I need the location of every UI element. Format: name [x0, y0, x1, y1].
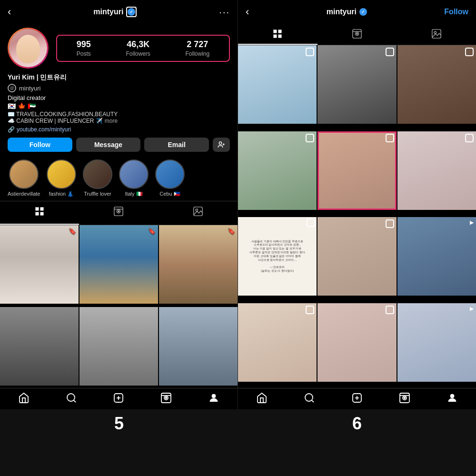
right-follow-button[interactable]: Follow	[444, 8, 468, 16]
highlight-label-2: fashion 👗	[49, 191, 74, 197]
left-photo-grid: 🔖 🔖 🔖	[0, 225, 238, 388]
select-check-11	[386, 306, 394, 314]
highlight-2[interactable]: fashion 👗	[47, 159, 76, 197]
left-tabs	[0, 201, 238, 225]
highlight-3[interactable]: Truffle lover	[83, 159, 112, 197]
right-bottom-search[interactable]	[286, 392, 333, 404]
add-friend-button[interactable]	[213, 138, 230, 152]
bottom-search[interactable]	[48, 392, 95, 404]
bottom-profile[interactable]	[190, 392, 238, 404]
grid-cell-2[interactable]: 🔖	[79, 225, 158, 304]
right-cell-5-selected[interactable]	[317, 131, 396, 210]
svg-point-32	[434, 31, 436, 34]
verified-badge-right: ✓	[359, 8, 367, 16]
grid-cell-4[interactable]	[0, 307, 79, 386]
profile-top-row: 995 Posts 46,3K Followers 2 727 Followin…	[8, 28, 230, 69]
highlight-1[interactable]: Astierdevillate	[8, 159, 40, 197]
grid-cell-6[interactable]	[159, 307, 238, 386]
right-tab-grid[interactable]	[238, 24, 317, 45]
left-bottom-nav	[0, 388, 238, 409]
grid-cell-5[interactable]	[79, 307, 158, 386]
select-check-7	[307, 218, 315, 227]
profile-link[interactable]: 🔗 youtube.com/mintyuri	[8, 126, 230, 133]
highlight-label-5: Cebu 🇵🇭	[159, 191, 180, 197]
message-button[interactable]: Message	[76, 138, 141, 152]
following-stat[interactable]: 2 727 Following	[185, 40, 209, 57]
avatar-wrapper	[8, 28, 49, 69]
video-icon-12: ▶	[470, 306, 474, 312]
svg-point-9	[118, 211, 119, 212]
video-icon-9: ▶	[470, 219, 474, 226]
right-back-button[interactable]: ‹	[246, 6, 249, 18]
svg-line-14	[73, 400, 75, 402]
tab-grid[interactable]	[0, 201, 79, 225]
right-cell-12[interactable]: ▶	[397, 303, 476, 382]
highlight-label-1: Astierdevillate	[8, 191, 40, 197]
right-bottom-reels[interactable]	[381, 392, 428, 404]
posts-label: Posts	[77, 50, 91, 57]
follow-button[interactable]: Follow	[8, 138, 72, 152]
left-back-button[interactable]: ‹	[8, 6, 11, 18]
followers-count: 46,3K	[127, 40, 149, 50]
left-more-button[interactable]: ···	[219, 7, 230, 18]
svg-point-22	[212, 394, 216, 398]
action-buttons: Follow Message Email	[8, 138, 230, 156]
right-cell-10[interactable]	[238, 303, 317, 382]
highlight-circle-4	[119, 159, 149, 189]
right-cell-6[interactable]	[397, 131, 476, 210]
select-check-6	[465, 134, 474, 142]
select-check-4	[306, 134, 314, 142]
right-tab-reels[interactable]	[317, 24, 397, 45]
right-cell-4[interactable]	[238, 131, 317, 210]
profile-name: Yuri Kim | 민트유리	[8, 73, 230, 82]
right-nav-title: mintyuri ✓	[253, 8, 440, 16]
highlight-5[interactable]: Cebu 🇵🇭	[155, 159, 185, 197]
tagged-icon	[193, 206, 203, 219]
right-photo-grid: 사람들의 기분이 바빠서 인만큼 주변으로스쿠로드마 감사하면서 고마와 표현.…	[238, 45, 476, 388]
profile-handle-text: mintyuri	[19, 85, 41, 92]
svg-rect-24	[278, 30, 281, 33]
left-username: mintyuri	[93, 8, 123, 16]
right-cell-1[interactable]	[238, 45, 317, 124]
posts-stat[interactable]: 995 Posts	[77, 40, 91, 57]
profile-bio1: ✉️ TRAVEL,COOKING,FASHION,BEAUTY	[8, 111, 230, 118]
bookmark-icon-1: 🔖	[69, 228, 76, 235]
svg-point-0	[219, 142, 221, 144]
right-cell-3[interactable]	[397, 45, 476, 124]
right-bottom-profile[interactable]	[428, 392, 476, 404]
tab-reels[interactable]	[79, 201, 158, 225]
select-check-1	[306, 48, 314, 56]
svg-rect-23	[274, 30, 277, 33]
following-count: 2 727	[187, 40, 208, 50]
highlight-4[interactable]: Italy 🇮🇹	[119, 159, 149, 197]
svg-rect-26	[278, 35, 281, 38]
bottom-add[interactable]	[95, 392, 143, 404]
profile-flags: 🇰🇷 🍁 🇦🇪	[8, 102, 230, 110]
right-cell-7-text[interactable]: 사람들의 기분이 바빠서 인만큼 주변으로스쿠로드마 감사하면서 고마와 표현.…	[238, 217, 317, 296]
select-check-3	[465, 48, 474, 56]
right-cell-2[interactable]	[317, 45, 396, 124]
handle-icon: @	[8, 84, 16, 92]
tab-tagged[interactable]	[159, 201, 238, 225]
select-check-10	[306, 306, 314, 314]
svg-point-42	[450, 394, 454, 398]
bottom-home[interactable]	[0, 392, 48, 404]
right-tab-tagged[interactable]	[397, 24, 476, 45]
followers-stat[interactable]: 46,3K Followers	[126, 40, 150, 57]
verified-badge-left: ✓	[128, 8, 135, 16]
right-cell-11[interactable]	[317, 303, 396, 382]
right-bottom-home[interactable]	[238, 392, 286, 404]
grid-cell-3[interactable]: 🔖	[159, 225, 238, 304]
grid-icon	[34, 206, 45, 219]
grid-cell-1[interactable]: 🔖	[0, 225, 79, 304]
profile-bio2: ☁️ CABIN CREW | INFLUENCER ✈️ more	[8, 118, 230, 124]
followers-label: Followers	[126, 50, 150, 57]
following-label: Following	[185, 50, 209, 57]
bottom-reels[interactable]	[142, 392, 190, 404]
right-cell-8[interactable]	[317, 217, 396, 296]
email-button[interactable]: Email	[144, 138, 209, 152]
right-cell-9[interactable]: ▶	[397, 217, 476, 296]
bookmark-icon-2: 🔖	[148, 228, 156, 235]
more-link[interactable]: more	[105, 118, 118, 124]
right-bottom-add[interactable]	[333, 392, 381, 404]
